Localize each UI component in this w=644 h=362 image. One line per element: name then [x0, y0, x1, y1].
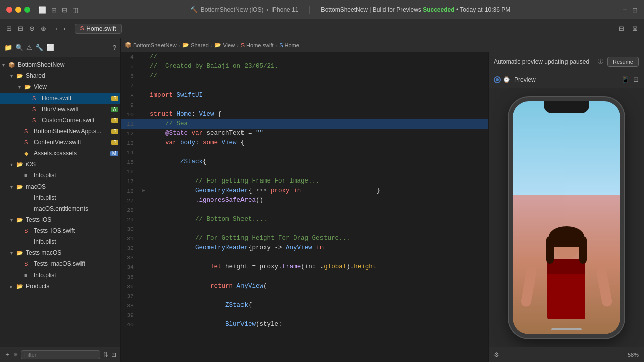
- sidebar-item-contentview[interactable]: S ContentView.swift ?: [0, 137, 120, 148]
- breadcrumb-separator: ›: [237, 42, 239, 48]
- chevron-down-icon: ▾: [10, 217, 16, 223]
- breadcrumb-homeswift[interactable]: S Home.swift: [241, 42, 274, 48]
- sidebar-item-infoplist-tests-macos[interactable]: ≡ Info.plist: [0, 269, 120, 281]
- sidebar-icon-1[interactable]: 📁: [4, 44, 12, 51]
- sidebar-item-label: CustomCorner.swift: [42, 117, 109, 124]
- preview-help-icon[interactable]: ⓘ: [598, 58, 603, 65]
- code-line-16: 16: [121, 167, 488, 176]
- nav-forward-icon[interactable]: ›: [61, 24, 67, 33]
- sidebar-item-label: Home.swift: [42, 95, 109, 102]
- toolbar-icons-icon[interactable]: ⊟: [16, 24, 25, 33]
- sidebar-item-label: Products: [26, 283, 118, 290]
- sidebar-item-entitlements[interactable]: ≡ macOS.entitlements: [0, 203, 120, 214]
- sidebar-item-macos[interactable]: ▾ 📂 macOS: [0, 181, 120, 192]
- sidebar-toggle-icon[interactable]: ⬜: [38, 6, 46, 14]
- sidebar-item-products[interactable]: ▸ 📂 Products: [0, 281, 120, 292]
- grid-icon[interactable]: ⊟: [62, 6, 67, 14]
- code-line-7: 7: [121, 81, 488, 90]
- sidebar-item-label: iOS: [26, 161, 118, 168]
- swift-file-icon: S: [241, 42, 245, 48]
- line-content: .ignoresSafeArea(): [148, 196, 263, 205]
- code-line-27: 27 .ignoresSafeArea(): [121, 196, 488, 205]
- breadcrumb-label: Shared: [191, 42, 208, 48]
- sidebar-icon-3[interactable]: ⚠: [26, 44, 32, 51]
- code-line-30: 30: [121, 224, 488, 234]
- toolbar-refresh-icon[interactable]: ⊕: [27, 24, 37, 33]
- preview-device-ios-icon[interactable]: [494, 76, 501, 83]
- code-editor[interactable]: 4 // 5 // Created by Balaji on 23/05/21.…: [121, 52, 488, 362]
- sidebar-item-label: BottomSheetNewApp.s...: [34, 128, 109, 135]
- code-line-29: 29 // Bottom Sheet....: [121, 215, 488, 224]
- line-content: BlurView(style:: [148, 320, 282, 329]
- line-content: var body: some View {: [148, 138, 245, 148]
- breadcrumb-view[interactable]: 📂 View: [214, 42, 235, 48]
- swift-file-icon: S: [32, 95, 40, 101]
- code-line-9: 9: [121, 100, 488, 110]
- preview-copy-icon[interactable]: ⊡: [633, 76, 639, 83]
- sidebar-item-bottomsheetnew[interactable]: ▾ 📦 BottomSheetNew: [0, 59, 120, 70]
- sidebar-item-infoplist-ios[interactable]: ≡ Info.plist: [0, 170, 120, 181]
- build-result: Succeeded: [423, 6, 454, 13]
- preview-device-icon[interactable]: 📱: [621, 76, 629, 83]
- sidebar-item-tests-ios-swift[interactable]: S Tests_iOS.swift: [0, 225, 120, 236]
- folder-icon: 📂: [16, 73, 24, 79]
- sidebar: 📁 🔍 ⚠ 🔧 ⬜ ? ▾ 📦 BottomSheetNew ▾ 📂 Share…: [0, 38, 121, 362]
- sidebar-item-label: ContentView.swift: [34, 139, 109, 146]
- file-status-badge: M: [110, 151, 118, 156]
- line-number: 27: [121, 196, 140, 205]
- toolbar-search-icon[interactable]: ⊛: [39, 24, 48, 33]
- panel-icon[interactable]: ⊠: [630, 24, 640, 33]
- breadcrumb-shared[interactable]: 📂 Shared: [182, 42, 208, 48]
- add-file-icon[interactable]: ＋: [4, 350, 10, 359]
- project-name: BottomSheetNew (iOS): [201, 6, 264, 13]
- home-swift-tab[interactable]: S Home.swift: [75, 24, 122, 34]
- sidebar-item-tests-macos-swift[interactable]: S Tests_macOS.swift: [0, 258, 120, 269]
- sidebar-item-view[interactable]: ▾ 📂 View: [0, 81, 120, 93]
- sidebar-item-homeswift[interactable]: S Home.swift ?: [0, 93, 120, 104]
- sidebar-item-appfile[interactable]: S BottomSheetNewApp.s... ?: [0, 126, 120, 137]
- toolbar-grid-icon[interactable]: ⊞: [4, 24, 14, 33]
- sidebar-item-ios[interactable]: ▾ 📂 iOS: [0, 159, 120, 170]
- breadcrumb-home-struct[interactable]: S Home: [279, 42, 299, 48]
- layout-switch-icon[interactable]: ⊡: [632, 6, 638, 14]
- sidebar-item-customcorner[interactable]: S CustomCorner.swift ?: [0, 115, 120, 126]
- sidebar-item-assets[interactable]: ◆ Assets.xcassets M: [0, 148, 120, 159]
- line-number: 31: [121, 234, 140, 243]
- sidebar-icon-5[interactable]: ⬜: [46, 44, 54, 51]
- split-icon[interactable]: ⊞: [51, 6, 57, 14]
- sort-icon[interactable]: ⇅: [103, 351, 108, 358]
- expand-icon[interactable]: ⊡: [111, 351, 116, 358]
- fullscreen-button[interactable]: [24, 7, 30, 13]
- person-head-area: [551, 226, 582, 261]
- close-button[interactable]: [6, 7, 12, 13]
- resume-button[interactable]: Resume: [607, 57, 639, 67]
- line-number: 28: [121, 205, 140, 215]
- fold-arrow-icon[interactable]: ▶: [142, 186, 145, 196]
- sidebar-item-shared[interactable]: ▾ 📂 Shared: [0, 70, 120, 81]
- preview-settings-icon[interactable]: ⚙: [494, 351, 499, 358]
- nav-back-icon[interactable]: ‹: [53, 24, 59, 33]
- code-line-37: 37: [121, 291, 488, 301]
- minimize-button[interactable]: [15, 7, 21, 13]
- sidebar-help-icon[interactable]: ?: [113, 44, 116, 51]
- line-number: 30: [121, 224, 140, 234]
- sidebar-item-tests-ios[interactable]: ▾ 📂 Tests iOS: [0, 214, 120, 225]
- sidebar-item-tests-macos[interactable]: ▾ 📂 Tests macOS: [0, 247, 120, 258]
- layout-icon[interactable]: ◫: [72, 6, 78, 14]
- sidebar-icon-4[interactable]: 🔧: [35, 44, 43, 51]
- sidebar-item-infoplist-macos[interactable]: ≡ Info.plist: [0, 192, 120, 203]
- plus-icon[interactable]: ＋: [622, 5, 628, 14]
- inspector-icon[interactable]: ⊟: [617, 24, 626, 33]
- filter-input[interactable]: [21, 350, 100, 359]
- sidebar-item-blurview[interactable]: S BlurView.swift A: [0, 104, 120, 115]
- sidebar-icon-2[interactable]: 🔍: [15, 44, 23, 51]
- sidebar-item-label: macOS.entitlements: [34, 205, 118, 212]
- breadcrumb-project[interactable]: 📦 BottomSheetNew: [125, 42, 177, 48]
- line-content: [148, 205, 154, 215]
- line-content: //: [148, 71, 157, 81]
- sidebar-item-infoplist-tests-ios[interactable]: ≡ Info.plist: [0, 236, 120, 247]
- preview-device-watch-icon[interactable]: ⌚: [503, 76, 510, 83]
- device-name: iPhone 11: [271, 6, 298, 13]
- folder-icon: 📂: [16, 250, 24, 256]
- file-status-badge: ?: [111, 96, 118, 101]
